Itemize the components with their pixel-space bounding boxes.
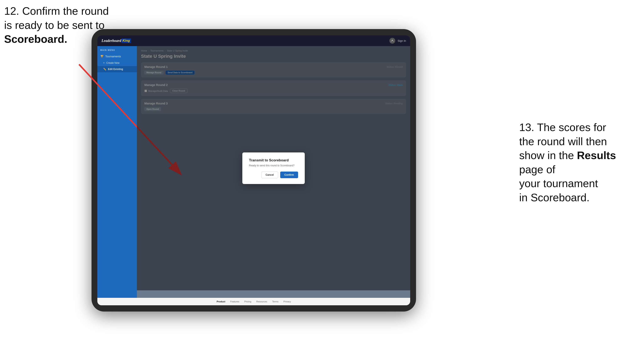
footer: Product Features Pricing Resources Terms… <box>97 298 410 305</box>
sidebar-item-create-new[interactable]: + Create New <box>97 60 137 66</box>
modal-actions: Cancel Confirm <box>249 172 298 178</box>
annotation-right: 13. The scores for the round will then s… <box>519 121 640 205</box>
tablet-screen: Leaderboard King Sign In MAIN MENU 🏆 Tou… <box>97 35 410 305</box>
content-area: Home › Tournaments › State U Spring Invi… <box>137 46 410 298</box>
user-avatar-icon <box>390 38 395 44</box>
sidebar-tournaments-label: Tournaments <box>105 55 121 58</box>
modal-subtitle: Ready to send this round to Scoreboard? <box>249 164 298 167</box>
footer-pricing-link[interactable]: Pricing <box>244 300 251 303</box>
sidebar-section-label: MAIN MENU <box>97 49 137 53</box>
top-nav: Leaderboard King Sign In <box>97 35 410 46</box>
footer-product-link[interactable]: Product <box>216 300 225 303</box>
sidebar-edit-existing-label: Edit Existing <box>108 68 123 71</box>
edit-icon: ✏️ <box>103 68 106 71</box>
nav-right: Sign In <box>390 38 406 44</box>
footer-resources-link[interactable]: Resources <box>256 300 267 303</box>
trophy-icon: 🏆 <box>100 55 104 58</box>
sidebar: MAIN MENU 🏆 Tournaments + Create New ✏️ … <box>97 46 137 298</box>
tablet-device: Leaderboard King Sign In MAIN MENU 🏆 Tou… <box>92 29 416 312</box>
signin-link[interactable]: Sign In <box>398 39 406 42</box>
sidebar-create-new-label: Create New <box>106 61 120 64</box>
modal-confirm-btn[interactable]: Confirm <box>280 172 298 178</box>
modal-cancel-btn[interactable]: Cancel <box>261 172 278 178</box>
sidebar-item-tournaments[interactable]: 🏆 Tournaments <box>97 53 137 60</box>
modal-overlay: Transmit to Scoreboard Ready to send thi… <box>137 46 410 290</box>
modal-title: Transmit to Scoreboard <box>249 158 298 163</box>
footer-features-link[interactable]: Features <box>230 300 239 303</box>
sidebar-item-edit-existing[interactable]: ✏️ Edit Existing <box>97 66 137 72</box>
annotation-top-left: 12. Confirm the round is ready to be sen… <box>4 4 109 46</box>
footer-terms-link[interactable]: Terms <box>272 300 278 303</box>
main-content: MAIN MENU 🏆 Tournaments + Create New ✏️ … <box>97 46 410 298</box>
footer-privacy-link[interactable]: Privacy <box>284 300 291 303</box>
plus-icon: + <box>103 61 105 64</box>
transmit-modal: Transmit to Scoreboard Ready to send thi… <box>242 153 305 184</box>
